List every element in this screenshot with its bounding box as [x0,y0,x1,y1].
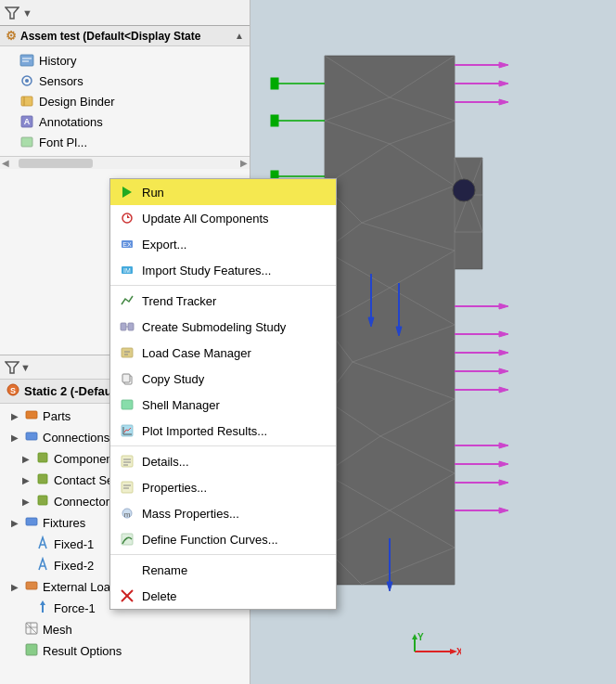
svg-rect-1 [20,55,33,66]
ctx-delete-label: Delete [142,589,177,603]
tree-section: History Sensors [0,46,250,156]
ctx-item-submodel[interactable]: Create Submodeling Study [110,314,336,340]
axis-indicator: X Y [405,633,461,661]
ctx-item-properties[interactable]: Properties... [110,474,336,500]
ctx-item-rename[interactable]: Rename [110,557,336,583]
delete-icon [118,587,136,605]
svg-marker-115 [499,81,508,86]
svg-marker-11 [6,362,19,373]
expand-icon[interactable]: ▲ [235,31,244,41]
svg-marker-121 [499,303,508,309]
svg-text:EX: EX [122,241,132,248]
plot-icon [118,421,136,440]
left-panel: ▼ ⚙ Assem test (Default<Display State ▲ [0,0,250,684]
mesh-icon [24,621,39,639]
tree-item-sensors[interactable]: Sensors [0,71,250,91]
scroll-right[interactable]: ▶ [240,158,248,168]
svg-point-160 [453,179,475,201]
fixtures-arrow: ▶ [11,518,20,528]
svg-text:m: m [124,510,131,519]
svg-rect-22 [26,582,37,589]
filter-icon2[interactable] [4,359,20,376]
shell-icon [118,395,136,414]
svg-marker-125 [499,350,508,355]
ctx-item-copy[interactable]: Copy Study [110,366,336,392]
svg-rect-14 [26,411,37,419]
svg-text:S: S [10,386,16,395]
rename-icon [118,561,136,579]
result-label: Result Options [43,644,122,658]
ctx-rename-label: Rename [142,563,187,577]
fixtures-icon [24,514,39,532]
ctx-item-update[interactable]: Update All Components [110,205,336,231]
fixed1-label: Fixed-1 [54,537,94,551]
hscroll[interactable]: ◀ ▶ [0,156,250,169]
loadcase-icon [118,343,136,362]
export-icon: EX [118,235,136,253]
connections-arrow: ▶ [11,432,20,443]
ctx-item-loadcase[interactable]: Load Case Manager [110,340,336,366]
comp-icon [35,450,50,468]
tree-item-design-binder[interactable]: Design Binder [0,91,250,111]
conn-label: Connectors [54,495,115,509]
ctx-funcurves-label: Define Function Curves... [142,533,278,547]
svg-rect-6 [21,97,32,106]
svg-marker-133 [499,461,508,467]
extloads-arrow: ▶ [11,582,20,592]
svg-rect-17 [38,474,47,484]
context-menu: Run Update All Components [109,178,337,610]
svg-rect-45 [122,400,133,409]
svg-rect-10 [21,137,32,147]
ctx-item-trend[interactable]: Trend Tracker [110,288,336,314]
tree-item-font[interactable]: Font Pl... [0,132,250,152]
ctx-item-massprops[interactable]: m Mass Properties... [110,500,336,526]
study-item-mesh[interactable]: Mesh [0,619,250,640]
font-icon [19,134,35,150]
scroll-left[interactable]: ◀ [2,158,9,168]
tree-item-annotations[interactable]: A Annotations [0,111,250,132]
svg-rect-37 [121,323,126,330]
ctx-import-label: Import Study Features... [142,264,271,277]
svg-marker-135 [499,480,508,485]
ctx-trend-label: Trend Tracker [142,294,216,308]
font-label: Font Pl... [39,136,87,149]
svg-marker-119 [499,62,508,68]
ctx-item-funcurves[interactable]: Define Function Curves... [110,526,336,552]
ctx-item-run[interactable]: Run [110,179,336,205]
svg-line-28 [26,623,37,634]
connections-icon [24,429,39,446]
study-item-result[interactable]: Result Options [0,640,250,662]
annotations-label: Annotations [39,115,103,129]
assem-title: ⚙ Assem test (Default<Display State ▲ [0,26,250,46]
svg-rect-18 [38,496,47,505]
ctx-item-import[interactable]: IM Import Study Features... [110,257,336,283]
tree-item-history[interactable]: History [0,50,250,71]
ctx-item-details[interactable]: Details... [110,448,336,474]
extloads-icon [24,578,39,596]
ctx-item-delete[interactable]: Delete [110,583,336,609]
svg-text:X: X [456,647,461,657]
ctx-plot-label: Plot Imported Results... [142,424,267,438]
ctx-item-shell[interactable]: Shell Manager [110,392,336,418]
svg-rect-15 [26,432,37,440]
svg-rect-53 [122,482,133,493]
parts-icon [24,407,39,425]
top-toolbar: ▼ [0,0,250,26]
ctx-sep1 [110,285,336,286]
fixed2-label: Fixed-2 [54,559,94,573]
copy-icon [118,369,136,388]
ctx-item-export[interactable]: EX Export... [110,231,336,257]
svg-rect-141 [271,115,278,126]
ctx-sep2 [110,445,336,446]
svg-marker-159 [387,582,392,591]
filter2-label: ▼ [20,362,31,373]
mesh-label: Mesh [43,623,72,637]
svg-rect-139 [271,78,278,89]
filter-icon[interactable] [4,5,20,21]
connections-label: Connections [43,431,109,445]
hscroll-thumb[interactable] [19,159,93,168]
ctx-item-plot[interactable]: Plot Imported Results... [110,418,336,444]
svg-marker-137 [499,508,508,513]
fixtures-label: Fixtures [43,516,85,530]
submodel-icon [118,317,136,336]
